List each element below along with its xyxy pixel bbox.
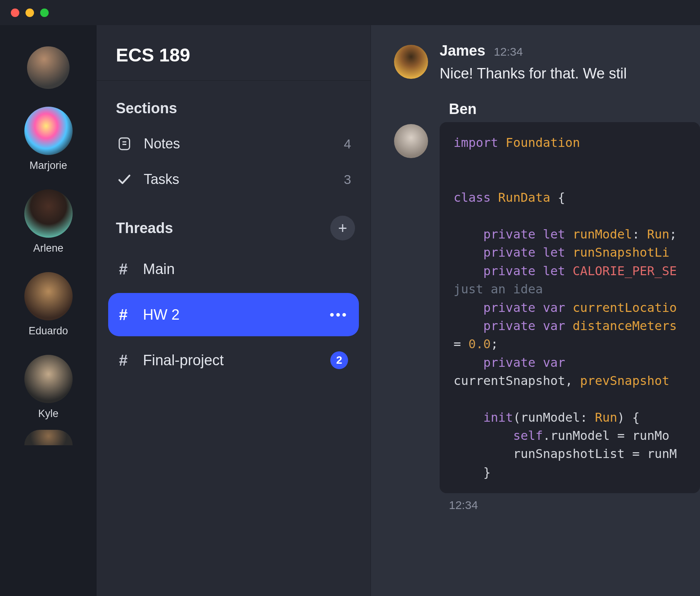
code-token: distanceMeters [573,318,677,333]
svg-rect-0 [119,138,130,150]
code-token: private let [483,245,565,260]
avatar [24,189,73,238]
window-maximize-button[interactable] [40,9,49,17]
message-timestamp: 12:34 [494,45,523,58]
window-titlebar [0,0,700,25]
code-token: { [558,190,565,205]
code-token: Foundation [506,135,580,150]
avatar [27,46,70,89]
code-token: init [483,410,513,425]
code-token: private let [483,264,565,278]
sections-heading: Sections [108,96,359,126]
code-token: private var [483,318,565,333]
section-row-notes[interactable]: Notes 4 [108,126,359,162]
channel-sidebar: ECS 189 Sections Notes 4 [97,25,371,596]
code-token: .runModel = runMo [543,428,669,443]
window-close-button[interactable] [11,9,19,17]
code-token: } [483,465,491,480]
hash-icon: # [119,352,133,369]
server-label: Marjorie [29,160,67,172]
code-token: RunData [498,190,550,205]
code-block[interactable]: import Foundation class RunData { privat… [440,122,700,493]
code-token: private var [483,355,565,370]
window-minimize-button[interactable] [25,9,34,17]
code-token: ( [513,410,520,425]
code-token: private let [483,227,565,242]
code-token: currentLocatio [573,300,677,315]
code-token: import [454,135,498,150]
code-token: : [580,410,588,425]
message-ben: Ben import Foundation class RunData { pr… [394,101,700,512]
unread-badge: 2 [330,351,348,369]
server-item-0[interactable] [27,46,70,89]
code-token: self [513,428,543,443]
code-token: ; [491,337,498,351]
section-count: 4 [344,136,351,152]
thread-label: Main [143,261,348,278]
server-item-marjorie[interactable]: Marjorie [24,107,73,172]
code-token: runModel [573,227,632,242]
code-token: Run [647,227,669,242]
plus-icon: + [338,220,347,237]
check-icon [116,172,133,187]
server-rail: Marjorie Arlene Eduardo Kyle [0,25,97,596]
workspace-title: ECS 189 [116,44,351,66]
server-item-arlene[interactable]: Arlene [24,189,73,254]
thread-row-hw2[interactable]: # HW 2 ••• [108,293,359,336]
code-token: , [565,373,573,388]
avatar [24,272,73,320]
server-label: Eduardo [29,325,68,337]
server-label: Arlene [33,242,63,254]
code-token: class [454,190,491,205]
threads-heading: Threads + [108,216,359,247]
add-thread-button[interactable]: + [330,216,355,240]
code-token: runModel [520,410,580,425]
avatar [24,355,73,403]
server-item-eduardo[interactable]: Eduardo [24,272,73,337]
avatar [24,107,73,155]
code-token: : [632,227,639,242]
code-token: private var [483,300,565,315]
message-james: James 12:34 Nice! Thanks for that. We st… [394,43,700,83]
code-token: { [632,410,639,425]
server-item-5[interactable] [24,430,73,445]
code-token: just an idea [454,282,543,296]
server-label: Kyle [38,408,59,420]
section-count: 3 [344,172,351,187]
code-token: CALORIE_PER_SE [573,264,677,278]
message-text: Nice! Thanks for that. We stil [440,64,700,83]
message-author[interactable]: James [440,43,485,59]
message-author[interactable]: Ben [449,101,477,117]
code-token: 0.0 [469,337,491,351]
section-label: Tasks [144,171,333,187]
thread-label: HW 2 [143,307,319,323]
sections-heading-text: Sections [116,100,177,117]
code-token: currentSnapshot [454,373,565,388]
avatar[interactable] [394,124,428,158]
chat-area: James 12:34 Nice! Thanks for that. We st… [371,25,700,596]
section-label: Notes [144,136,333,152]
code-token: = [454,337,461,351]
thread-more-button[interactable]: ••• [330,307,348,322]
thread-label: Final-project [143,352,320,369]
thread-row-final-project[interactable]: # Final-project 2 [108,339,359,382]
avatar [24,430,73,445]
message-timestamp: 12:34 [449,499,700,512]
notes-icon [116,136,133,152]
thread-row-main[interactable]: # Main [108,247,359,291]
code-token: prevSnapshot [580,373,669,388]
server-item-kyle[interactable]: Kyle [24,355,73,420]
threads-heading-text: Threads [116,220,173,237]
code-token: runSnapshotList = runM [513,446,677,461]
section-row-tasks[interactable]: Tasks 3 [108,162,359,197]
workspace-header[interactable]: ECS 189 [97,25,370,81]
code-token: runSnapshotLi [573,245,669,260]
hash-icon: # [119,306,133,324]
avatar[interactable] [394,45,428,79]
code-token: ) [617,410,625,425]
hash-icon: # [119,261,133,278]
code-token: Run [595,410,617,425]
